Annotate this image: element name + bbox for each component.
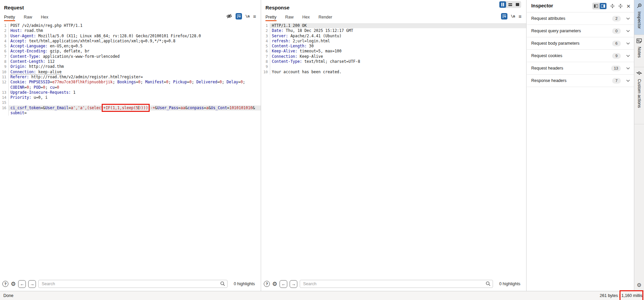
side-tab-inspector[interactable]: Inspector (634, 0, 644, 35)
previous-match-button[interactable]: ← (280, 280, 287, 288)
section-count-badge: 6 (612, 41, 621, 46)
inspector-title: Inspector (531, 3, 553, 8)
chevron-down-icon[interactable] (626, 67, 630, 70)
code-line: 9Origin: http://road.thm (0, 64, 261, 69)
side-tab-notes[interactable]: Notes (634, 35, 644, 67)
search-icon (220, 281, 225, 288)
gear-icon[interactable]: ⚙ (11, 281, 16, 287)
side-tab-label: Custom actions (637, 79, 642, 108)
chevron-down-icon[interactable] (626, 80, 630, 82)
newline-icon[interactable]: \n (245, 14, 250, 18)
chevron-down-icon[interactable] (626, 30, 630, 32)
chevron-down-icon[interactable] (626, 17, 630, 20)
chevron-down-icon[interactable] (626, 55, 630, 57)
side-tab-label: Inspector (637, 11, 642, 29)
line-number: 9 (0, 64, 9, 69)
code-line: 2Host: road.thm (0, 28, 261, 33)
response-tab-render[interactable]: Render (318, 15, 332, 21)
line-number: 9 (261, 64, 270, 69)
close-icon[interactable]: ✕ (626, 4, 631, 9)
single-layout-button[interactable] (514, 1, 521, 8)
response-toolbar: \n ≡ (501, 13, 522, 19)
code-line: submit= (0, 111, 261, 116)
code-line: 13Upgrade-Insecure-Requests: 1 (0, 90, 261, 95)
response-search-input[interactable] (300, 280, 493, 288)
notes-icon (636, 38, 642, 43)
columns-layout-button[interactable] (499, 1, 506, 8)
soft-wrap-icon[interactable] (236, 13, 242, 19)
section-label: Request attributes (531, 16, 612, 21)
line-number: 10 (0, 70, 9, 75)
expand-all-icon[interactable] (610, 4, 615, 8)
line-number: 4 (261, 39, 270, 44)
line-number: 5 (261, 44, 270, 49)
collapse-all-icon[interactable] (618, 4, 623, 8)
status-message: Done (3, 293, 13, 298)
request-tab-raw[interactable]: Raw (24, 15, 32, 21)
code-line: 1POST /v2/admin/reg.php HTTP/1.1 (0, 23, 261, 28)
request-toolbar: \n ≡ (226, 13, 256, 19)
rows-layout-button[interactable] (507, 1, 513, 8)
section-count-badge: 7 (612, 78, 621, 84)
response-tab-raw[interactable]: Raw (285, 15, 294, 21)
line-number: 12 (0, 80, 9, 85)
panel-divider[interactable] (526, 0, 527, 291)
section-label: Request body parameters (531, 41, 612, 46)
response-metrics: 261 bytes | 1,160 millis (600, 293, 642, 298)
inspector-icon (637, 3, 642, 8)
side-tab-custom-actions[interactable]: Custom actions (634, 67, 644, 124)
response-tab-hex[interactable]: Hex (302, 15, 310, 21)
custom-actions-icon (636, 71, 642, 76)
newline-icon[interactable]: \n (511, 14, 515, 18)
response-panel-title: Response (265, 5, 290, 10)
inspector-panel: Inspector ✕ Request att (527, 0, 634, 291)
side-tab-strip: InspectorNotesCustom actions ⚙ (634, 0, 644, 291)
line-number: 7 (0, 54, 9, 59)
chevron-down-icon[interactable] (626, 42, 630, 45)
line-number (0, 111, 9, 116)
section-count-badge: 13 (611, 66, 621, 71)
code-line: 15 (0, 100, 261, 105)
menu-icon[interactable]: ≡ (253, 14, 256, 19)
request-panel-title: Request (4, 5, 24, 10)
line-number: 6 (261, 49, 270, 54)
settings-gear-icon[interactable]: ⚙ (634, 282, 644, 288)
request-tab-hex[interactable]: Hex (41, 15, 48, 21)
inspector-section-request-body-parameters[interactable]: Request body parameters6 (527, 37, 634, 50)
help-icon[interactable]: ? (264, 281, 270, 287)
line-number (0, 85, 9, 90)
response-tab-pretty[interactable]: Pretty (265, 15, 277, 21)
request-highlights-count: 0 highlights (230, 282, 259, 286)
gear-icon[interactable]: ⚙ (272, 281, 277, 287)
inspector-section-request-attributes[interactable]: Request attributes2 (527, 12, 634, 25)
next-match-button[interactable]: → (28, 280, 36, 288)
code-line: 7Content-Type: application/x-www-form-ur… (0, 54, 261, 59)
menu-icon[interactable]: ≡ (518, 14, 522, 19)
section-label: Request headers (531, 66, 611, 71)
dock-left-button[interactable] (593, 3, 599, 9)
inspector-section-request-headers[interactable]: Request headers13 (527, 62, 634, 75)
inspector-section-request-cookies[interactable]: Request cookies9 (527, 50, 634, 62)
code-line: 3User-Agent: Mozilla/5.0 (X11; Linux x86… (0, 34, 261, 39)
next-match-button[interactable]: → (290, 280, 297, 288)
inspector-dock-toggle (592, 3, 607, 9)
section-count-badge: 0 (612, 28, 621, 34)
request-search-input[interactable] (38, 280, 228, 288)
code-line: 1HTTP/1.1 200 OK (261, 23, 526, 28)
previous-match-button[interactable]: ← (18, 280, 26, 288)
request-editor[interactable]: 1POST /v2/admin/reg.php HTTP/1.12Host: r… (0, 23, 261, 276)
section-label: Request cookies (531, 53, 612, 58)
panel-divider[interactable] (261, 0, 261, 291)
response-editor[interactable]: 1HTTP/1.1 200 OK2Date: Thu, 18 Dec 2025 … (261, 23, 526, 276)
inspector-section-response-headers[interactable]: Response headers7 (527, 75, 634, 87)
response-search-row: ? ⚙ ← → 0 highlights (264, 279, 524, 289)
annotation-box-payload: +IF(1,1,sleep(5)))) (103, 105, 148, 110)
eye-slash-icon[interactable] (226, 13, 232, 19)
dock-right-button[interactable] (600, 3, 606, 9)
request-tab-pretty[interactable]: Pretty (4, 15, 15, 21)
soft-wrap-icon[interactable] (501, 13, 507, 19)
code-line: CODINR=0; POD=0; cu=0 (0, 85, 261, 90)
help-icon[interactable]: ? (2, 281, 8, 287)
section-label: Response headers (531, 78, 612, 83)
inspector-section-request-query-parameters[interactable]: Request query parameters0 (527, 25, 634, 37)
